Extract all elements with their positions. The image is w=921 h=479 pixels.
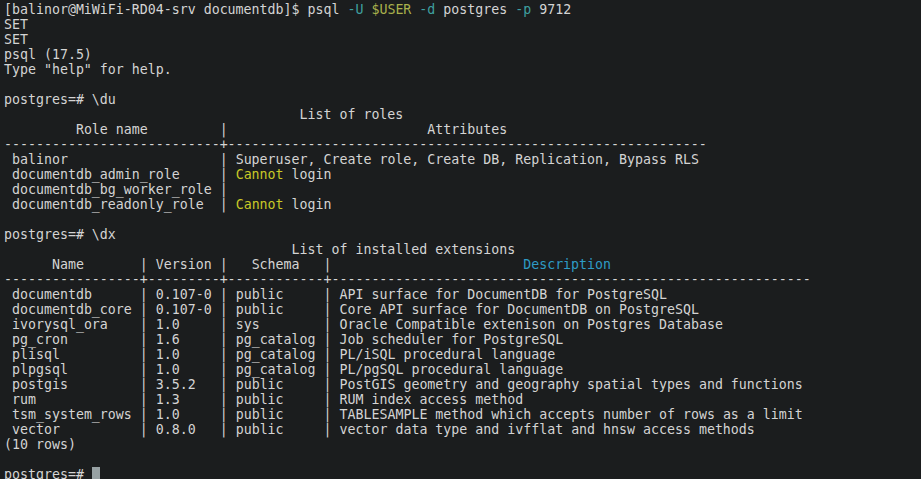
table-separator: ---------------------------+------------… bbox=[4, 137, 921, 152]
terminal-line: [balinor@MiWiFi-RD04-srv documentdb]$ ps… bbox=[4, 2, 921, 17]
table-title: List of roles bbox=[4, 107, 921, 122]
terminal-line: SET bbox=[4, 17, 921, 32]
table-separator: -----------------+---------+------------… bbox=[4, 272, 921, 287]
table-row: plisql | 1.0 | pg_catalog | PL/iSQL proc… bbox=[4, 347, 921, 362]
terminal-line: SET bbox=[4, 32, 921, 47]
table-row: vector | 0.8.0 | public | vector data ty… bbox=[4, 422, 921, 437]
terminal-line: postgres=# bbox=[4, 467, 921, 479]
table-row: balinor | Superuser, Create role, Create… bbox=[4, 152, 921, 167]
table-row: tsm_system_rows | 1.0 | public | TABLESA… bbox=[4, 407, 921, 422]
terminal-blank-line bbox=[4, 212, 921, 227]
table-row: plpgsql | 1.0 | pg_catalog | PL/pgSQL pr… bbox=[4, 362, 921, 377]
terminal-line: psql (17.5) bbox=[4, 47, 921, 62]
table-row: rum | 1.3 | public | RUM index access me… bbox=[4, 392, 921, 407]
table-row: documentdb_readonly_role | Cannot login bbox=[4, 197, 921, 212]
terminal-screen[interactable]: [balinor@MiWiFi-RD04-srv documentdb]$ ps… bbox=[0, 0, 921, 479]
terminal-cursor bbox=[92, 467, 100, 479]
terminal-line: Type "help" for help. bbox=[4, 62, 921, 77]
table-row: ivorysql_ora | 1.0 | sys | Oracle Compat… bbox=[4, 317, 921, 332]
table-row: documentdb_bg_worker_role | bbox=[4, 182, 921, 197]
terminal-blank-line bbox=[4, 77, 921, 92]
table-row: documentdb_core | 0.107-0 | public | Cor… bbox=[4, 302, 921, 317]
terminal-line: (10 rows) bbox=[4, 437, 921, 452]
table-row: documentdb_admin_role | Cannot login bbox=[4, 167, 921, 182]
table-row: postgis | 3.5.2 | public | PostGIS geome… bbox=[4, 377, 921, 392]
table-header: Name | Version | Schema | Description bbox=[4, 257, 921, 272]
terminal-blank-line bbox=[4, 452, 921, 467]
table-row: documentdb | 0.107-0 | public | API surf… bbox=[4, 287, 921, 302]
table-row: pg_cron | 1.6 | pg_catalog | Job schedul… bbox=[4, 332, 921, 347]
terminal-line: postgres=# \dx bbox=[4, 227, 921, 242]
table-header: Role name | Attributes bbox=[4, 122, 921, 137]
table-title: List of installed extensions bbox=[4, 242, 921, 257]
terminal-line: postgres=# \du bbox=[4, 92, 921, 107]
